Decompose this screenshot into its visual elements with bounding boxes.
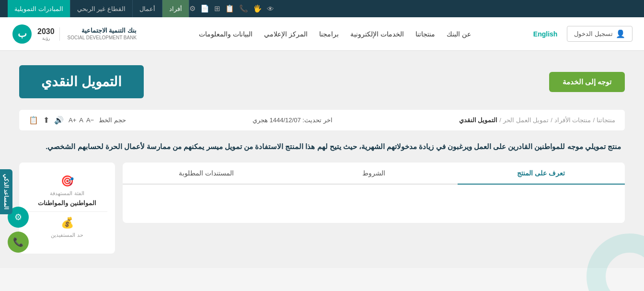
main-navigation: عن البنك منتجاتنا الخدمات الإلكترونية بر…: [199, 30, 471, 38]
hand-icon[interactable]: 🖐: [253, 4, 262, 13]
lower-section: تعرف على المنتج الشروط المستندات المطلوب…: [19, 163, 625, 254]
breadcrumb-item-individual[interactable]: منتجات الأفراد: [554, 116, 591, 124]
update-date: اخر تحديث: 1444/12/07 هجري: [253, 116, 333, 124]
breadcrumb-sep-2: /: [551, 116, 552, 124]
target-label: الفئة المستهدفة: [50, 190, 84, 197]
font-controls: حجم الخط −A A +A 🔊 ⬆ 📋: [29, 116, 126, 125]
nav-item-initiatives[interactable]: المبادرات التمويلية: [8, 0, 70, 17]
page-title-section: توجه إلى الخدمة التمويل النقدي: [19, 65, 625, 98]
breadcrumb-item-freelance[interactable]: تمويل العمل الحر: [503, 116, 549, 124]
clipboard-icon[interactable]: 📋: [225, 4, 234, 13]
settings-small-icon[interactable]: ⚙: [189, 4, 196, 13]
tab-conditions[interactable]: الشروط: [290, 163, 457, 185]
font-normal-btn[interactable]: A: [79, 116, 83, 124]
ai-assistant-button[interactable]: المساعد الذكي: [0, 169, 12, 214]
phone-small-icon[interactable]: 📞: [239, 4, 248, 13]
nav-item-aamal[interactable]: أعمال: [133, 0, 162, 17]
breadcrumb-sep-1: /: [593, 116, 595, 124]
money-icon: 💰: [61, 217, 74, 229]
service-button[interactable]: توجه إلى الخدمة: [549, 72, 625, 92]
tabs-section: تعرف على المنتج الشروط المستندات المطلوب…: [123, 163, 625, 223]
nav-data[interactable]: البيانات والمعلومات: [199, 30, 253, 38]
breadcrumb-item-current: التمويل النقدي: [459, 116, 498, 124]
tab-product-info[interactable]: تعرف على المنتج: [458, 163, 625, 185]
nav-products[interactable]: منتجاتنا: [415, 30, 435, 38]
bank-logo-icon: ب: [12, 23, 33, 45]
nav-item-afrad[interactable]: أفراد: [162, 0, 189, 17]
eye-icon[interactable]: 👁: [267, 5, 274, 13]
page-title: التمويل النقدي: [19, 65, 144, 98]
action-icons: 🔊 ⬆ 📋: [29, 116, 64, 125]
nav-eservices[interactable]: الخدمات الإلكترونية: [350, 30, 404, 38]
font-size-buttons: −A A +A: [69, 116, 94, 124]
vision-badge: 2030 رؤية: [37, 27, 60, 41]
product-description: منتج تمويلي موجه للمواطنين القادرين على …: [19, 140, 625, 153]
tabs-bar: تعرف على المنتج الشروط المستندات المطلوب…: [123, 163, 625, 185]
floating-phone-button[interactable]: 📞: [8, 232, 29, 253]
header-left: 👤 تسجيل الدخول English: [533, 26, 632, 42]
audio-icon[interactable]: 🔊: [54, 116, 64, 125]
english-language-link[interactable]: English: [533, 30, 558, 38]
breadcrumb-item-products[interactable]: منتجاتنا: [597, 116, 615, 124]
target-audience-item: 🎯 الفئة المستهدفة المواطنين والمواطنات: [27, 170, 107, 212]
svg-text:ب: ب: [18, 28, 27, 39]
user-icon: 👤: [616, 29, 625, 38]
logo-area: بنك التنمية الاجتماعية SOCIAL DEVELOPMEN…: [12, 23, 137, 45]
main-header: 👤 تسجيل الدخول English عن البنك منتجاتنا…: [0, 17, 644, 51]
nav-programs[interactable]: برامجنا: [319, 30, 339, 38]
gear-icon: ⚙: [14, 212, 22, 222]
phone-icon: 📞: [13, 237, 23, 247]
target-icon: 🎯: [61, 175, 74, 187]
nav-item-nonprofit[interactable]: القطاع غير الربحي: [70, 0, 133, 17]
tab-content: [123, 185, 625, 223]
info-bar: منتجاتنا / منتجات الأفراد / تمويل العمل …: [19, 110, 625, 130]
target-value: المواطنين والمواطنات: [38, 199, 96, 207]
grid-icon[interactable]: ⊞: [214, 4, 220, 13]
beneficiary-label: حد المستفيدين: [51, 232, 83, 238]
breadcrumb: منتجاتنا / منتجات الأفراد / تمويل العمل …: [459, 116, 615, 124]
nav-about[interactable]: عن البنك: [447, 30, 471, 38]
share-icon[interactable]: ⬆: [43, 116, 49, 125]
top-nav-icons: 👁 🖐 📞 📋 ⊞ 📄 ⚙: [189, 4, 280, 13]
tab-documents[interactable]: المستندات المطلوبة: [123, 163, 290, 185]
main-content: توجه إلى الخدمة التمويل النقدي منتجاتنا …: [0, 51, 644, 268]
top-navigation: 👁 🖐 📞 📋 ⊞ 📄 ⚙ أفراد أعمال القطاع غير الر…: [0, 0, 644, 17]
beneficiary-limit-item: 💰 حد المستفيدين: [27, 212, 107, 246]
nav-media[interactable]: المركز الإعلامي: [264, 30, 308, 38]
font-increase-btn[interactable]: +A: [69, 116, 76, 124]
document-icon[interactable]: 📄: [200, 4, 209, 13]
side-info-panel: 🎯 الفئة المستهدفة المواطنين والمواطنات 💰…: [19, 163, 115, 254]
bank-name: بنك التنمية الاجتماعية SOCIAL DEVELOPMEN…: [68, 27, 137, 41]
login-button[interactable]: 👤 تسجيل الدخول: [567, 26, 632, 42]
breadcrumb-sep-3: /: [499, 116, 501, 124]
font-decrease-btn[interactable]: −A: [86, 116, 94, 124]
copy-icon[interactable]: 📋: [29, 116, 38, 125]
